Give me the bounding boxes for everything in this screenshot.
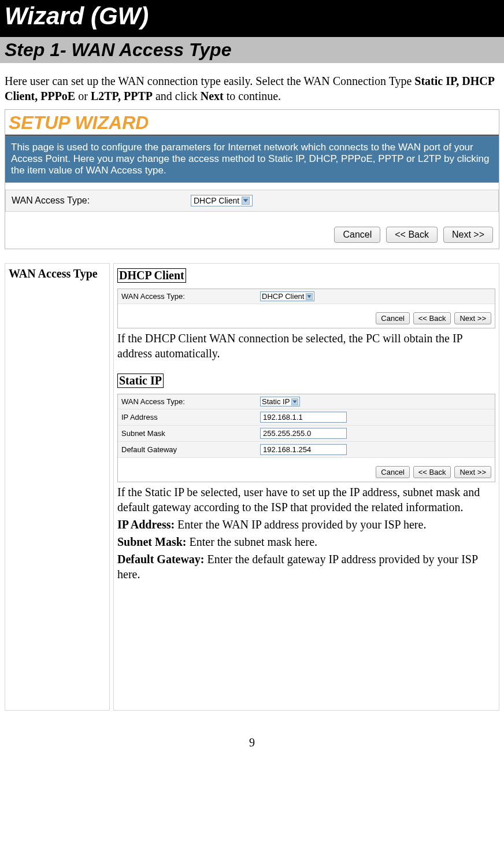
chevron-down-icon (291, 398, 298, 405)
wizard-description: This page is used to configure the param… (5, 135, 499, 183)
default-gateway-label: Default Gateway (121, 445, 260, 454)
page-title: Wizard (GW) (0, 0, 504, 37)
wan-access-select[interactable]: DHCP Client (191, 195, 253, 206)
setup-wizard-panel: SETUP WIZARD This page is used to config… (5, 109, 499, 249)
setup-wizard-heading: SETUP WIZARD (5, 110, 499, 135)
subnet-mask-help: Subnet Mask: Enter the subnet mask here. (117, 534, 495, 549)
static-description: If the Static IP be selected, user have … (117, 485, 495, 515)
static-heading: Static IP (117, 374, 164, 388)
intro-text: Here user can set up the WAN connection … (0, 63, 504, 109)
chevron-down-icon (242, 197, 250, 205)
static-panel: WAN Access Type: Static IP IP Address 19… (117, 394, 495, 482)
dhcp-description: If the DHCP Client WAN connection be sel… (117, 331, 495, 361)
table-left-cell: WAN Access Type (5, 263, 110, 711)
ip-address-label: IP Address (121, 413, 260, 422)
wan-access-label: WAN Access Type: (12, 195, 191, 206)
dhcp-heading: DHCP Client (117, 268, 186, 283)
chevron-down-icon (306, 293, 313, 300)
static-wan-label: WAN Access Type: (121, 397, 260, 406)
ip-address-input[interactable]: 192.168.1.1 (260, 412, 347, 423)
back-button[interactable]: << Back (386, 227, 438, 243)
default-gateway-input[interactable]: 192.168.1.254 (260, 444, 347, 455)
static-cancel-button[interactable]: Cancel (376, 466, 409, 478)
static-wan-select[interactable]: Static IP (260, 397, 300, 406)
static-back-button[interactable]: << Back (413, 466, 451, 478)
ip-address-help: IP Address: Enter the WAN IP address pro… (117, 517, 495, 532)
table-right-cell: DHCP Client WAN Access Type: DHCP Client… (113, 263, 499, 711)
dhcp-wan-label: WAN Access Type: (121, 292, 260, 301)
default-gateway-help: Default Gateway: Enter the default gatew… (117, 552, 495, 582)
dhcp-cancel-button[interactable]: Cancel (376, 312, 409, 324)
page-number: 9 (0, 711, 504, 755)
next-button[interactable]: Next >> (443, 227, 493, 243)
wizard-buttons: Cancel << Back Next >> (5, 212, 499, 249)
dhcp-back-button[interactable]: << Back (413, 312, 451, 324)
step-heading: Step 1- WAN Access Type (0, 37, 504, 63)
dhcp-wan-select[interactable]: DHCP Client (260, 291, 314, 301)
cancel-button[interactable]: Cancel (334, 227, 380, 243)
static-next-button[interactable]: Next >> (454, 466, 491, 478)
subnet-mask-label: Subnet Mask (121, 429, 260, 438)
dhcp-panel: WAN Access Type: DHCP Client Cancel << B… (117, 289, 495, 328)
wan-access-row: WAN Access Type: DHCP Client (5, 190, 499, 212)
subnet-mask-input[interactable]: 255.255.255.0 (260, 428, 347, 439)
dhcp-next-button[interactable]: Next >> (454, 312, 491, 324)
